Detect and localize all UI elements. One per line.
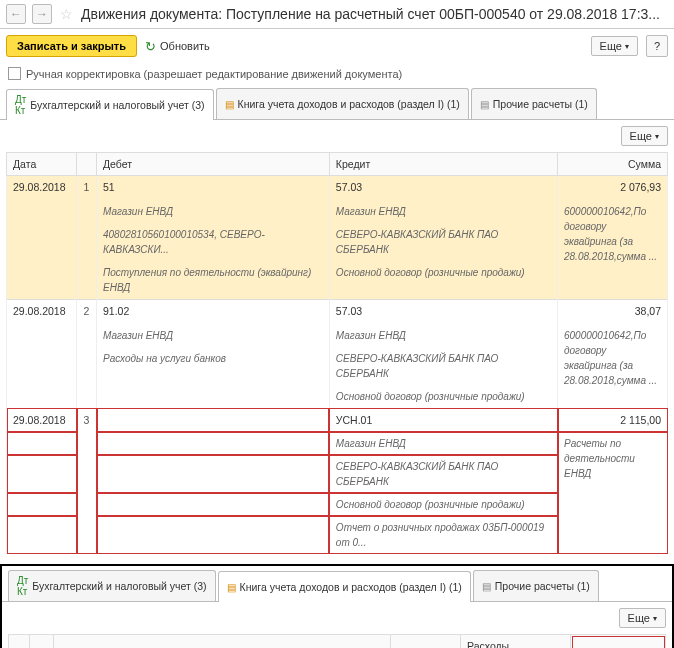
tab-income-book-2[interactable]: ▤ Книга учета доходов и расходов (раздел… — [218, 571, 471, 602]
col-income: Доходы — [391, 635, 461, 648]
table1-more-row: Еще ▾ — [0, 120, 674, 152]
book-icon: ▤ — [225, 99, 234, 110]
col-credit: Кредит — [329, 153, 557, 176]
table-header-row: N Содержание Доходы Расходы Доходы (ЕНВД… — [9, 635, 666, 648]
table-header-row: Дата Дебет Кредит Сумма — [7, 153, 668, 176]
refresh-button[interactable]: ↻ Обновить — [145, 39, 210, 54]
table-row[interactable]: 29.08.2018 2 91.02 57.03 38,07 — [7, 299, 668, 323]
back-button[interactable]: ← — [6, 4, 26, 24]
manual-edit-checkbox[interactable] — [8, 67, 21, 80]
top-toolbar: ← → ☆ Движения документа: Поступление на… — [0, 0, 674, 29]
bottom-section: ДтКт Бухгалтерский и налоговый учет (3) … — [0, 564, 674, 648]
col-expense: Расходы — [461, 635, 571, 648]
manual-edit-label: Ручная корректировка (разрешает редактир… — [26, 68, 402, 80]
ledger-icon: ДтКт — [15, 94, 26, 116]
chevron-down-icon: ▾ — [655, 132, 659, 141]
tabs-top: ДтКт Бухгалтерский и налоговый учет (3) … — [0, 88, 674, 120]
command-bar: Записать и закрыть ↻ Обновить Еще ▾ ? — [0, 29, 674, 63]
chevron-down-icon: ▾ — [625, 42, 629, 51]
book-icon: ▤ — [227, 582, 236, 593]
tab-other[interactable]: ▤ Прочие расчеты (1) — [471, 88, 597, 119]
tab-income-book[interactable]: ▤ Книга учета доходов и расходов (раздел… — [216, 88, 469, 119]
table-icon: ▤ — [482, 581, 491, 592]
col-sum: Сумма — [558, 153, 668, 176]
favorite-icon[interactable]: ☆ — [60, 6, 73, 22]
manual-edit-row: Ручная корректировка (разрешает редактир… — [0, 63, 674, 88]
table-row[interactable]: 29.08.2018 1 51 57.03 2 076,93 — [7, 176, 668, 200]
forward-button[interactable]: → — [32, 4, 52, 24]
tab-accounting[interactable]: ДтКт Бухгалтерский и налоговый учет (3) — [6, 89, 214, 120]
more-button[interactable]: Еще ▾ — [591, 36, 638, 56]
table-row[interactable]: 29.08.2018 3 УСН.01 2 115,00 — [7, 408, 668, 432]
refresh-label: Обновить — [160, 40, 210, 52]
ledger-icon: ДтКт — [17, 575, 28, 597]
chevron-down-icon: ▾ — [653, 614, 657, 623]
tab-accounting-2[interactable]: ДтКт Бухгалтерский и налоговый учет (3) — [8, 570, 216, 601]
income-book-table: N Содержание Доходы Расходы Доходы (ЕНВД… — [8, 634, 666, 648]
table-icon: ▤ — [480, 99, 489, 110]
col-content: Содержание — [54, 635, 391, 648]
col-date: Дата — [7, 153, 77, 176]
tab-other-2[interactable]: ▤ Прочие расчеты (1) — [473, 570, 599, 601]
col-income-envd: Доходы (ЕНВД) — [571, 635, 666, 648]
table2-more-row: Еще ▾ — [2, 602, 672, 634]
col-debit: Дебет — [97, 153, 330, 176]
table-row[interactable]: Магазин ЕНВД Магазин ЕНВД 600000010642,П… — [7, 200, 668, 223]
accounting-table: Дата Дебет Кредит Сумма 29.08.2018 1 51 … — [6, 152, 668, 554]
help-button[interactable]: ? — [646, 35, 668, 57]
table1-more-button[interactable]: Еще ▾ — [621, 126, 668, 146]
refresh-icon: ↻ — [145, 39, 156, 54]
table2-more-button[interactable]: Еще ▾ — [619, 608, 666, 628]
save-close-button[interactable]: Записать и закрыть — [6, 35, 137, 57]
col-n: N — [30, 635, 54, 648]
tabs-bottom: ДтКт Бухгалтерский и налоговый учет (3) … — [2, 566, 672, 602]
table-row[interactable]: Магазин ЕНВД Расчеты по деятельности ЕНВ… — [7, 432, 668, 455]
table-row[interactable]: Магазин ЕНВД Магазин ЕНВД 600000010642,П… — [7, 324, 668, 347]
page-title: Движения документа: Поступление на расче… — [81, 6, 660, 22]
